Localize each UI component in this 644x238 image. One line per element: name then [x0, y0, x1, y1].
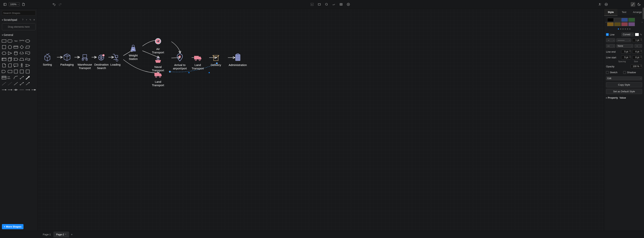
line-color-edit-icon[interactable]: ✎ — [640, 33, 642, 36]
shape-or[interactable] — [25, 63, 30, 68]
shape-blank8[interactable] — [31, 81, 36, 86]
shape-conn2[interactable] — [8, 87, 12, 92]
scratchpad-help-icon[interactable]: ? — [21, 18, 24, 21]
ellipse-tool-icon[interactable] — [324, 2, 329, 7]
shape-blank4[interactable] — [31, 57, 36, 62]
shape-listitem[interactable]: List item — [8, 75, 12, 80]
page-tab[interactable]: Page-2⌃ — [54, 232, 69, 238]
color-swatch[interactable] — [607, 22, 614, 26]
shape-container1[interactable] — [13, 69, 18, 74]
shape-circle[interactable] — [8, 44, 12, 50]
node-delivery[interactable]: Delivery — [211, 53, 221, 67]
copy-style-button[interactable]: Copy Style — [606, 82, 642, 87]
shape-cloud[interactable] — [19, 50, 24, 56]
color-swatch[interactable] — [607, 18, 614, 22]
shape-process[interactable] — [13, 44, 18, 50]
shape-line-dash[interactable] — [2, 81, 7, 86]
shape-document[interactable] — [25, 50, 30, 56]
more-shapes-button[interactable]: +More Shapes — [2, 224, 24, 229]
node-admin[interactable]: × —× —Administration — [229, 53, 247, 67]
table-tool-icon[interactable] — [339, 2, 344, 7]
line-checkbox[interactable] — [606, 33, 609, 36]
shape-conn5[interactable] — [25, 87, 30, 92]
line-none-select[interactable]: None — [616, 44, 633, 48]
shape-arrow-thick[interactable] — [25, 75, 30, 80]
edit-style-select[interactable]: Edit — [606, 76, 642, 80]
sketch-checkbox[interactable] — [606, 71, 609, 74]
node-arrival[interactable]: Arrival toairport/port — [173, 53, 187, 70]
node-air[interactable]: AirTransport — [152, 37, 164, 54]
property-header[interactable]: Property — [608, 96, 618, 99]
color-swatch[interactable] — [614, 22, 621, 26]
shape-arrow-both[interactable] — [19, 81, 24, 86]
shape-callout[interactable] — [13, 63, 18, 68]
color-swatch[interactable] — [628, 18, 635, 22]
shape-container2[interactable] — [19, 69, 24, 74]
node-dest[interactable]: DestinationSearch — [94, 53, 108, 70]
rect-tool-icon[interactable] — [317, 2, 322, 7]
freehand-tool-icon[interactable] — [332, 2, 336, 7]
color-swatch[interactable] — [621, 18, 628, 22]
shape-note[interactable] — [2, 63, 7, 68]
tools-toggle-icon[interactable] — [631, 2, 635, 7]
shape-square[interactable] — [2, 44, 7, 50]
shape-roundrect[interactable] — [8, 38, 12, 44]
shape-blank3[interactable] — [31, 50, 36, 56]
theme-toggle-icon[interactable] — [637, 2, 641, 7]
arrow-start-select[interactable]: — — [606, 44, 615, 48]
shape-ellipse[interactable] — [25, 38, 30, 44]
line-pattern-select[interactable]: ——— — [616, 38, 631, 42]
tab-style[interactable]: Style — [604, 9, 618, 16]
scratchpad-edit-icon[interactable]: ✎ — [29, 18, 32, 21]
shape-arrow-one[interactable] — [25, 81, 30, 86]
node-sorting[interactable]: Sorting — [43, 53, 52, 66]
shape-actor[interactable] — [19, 63, 24, 68]
color-swatch[interactable] — [628, 22, 635, 26]
tab-text[interactable]: Text — [618, 9, 631, 16]
shape-conn1[interactable] — [2, 87, 7, 92]
search-shapes-input[interactable] — [2, 10, 36, 16]
arrow-end-select[interactable]: → — [606, 38, 615, 42]
set-default-style-button[interactable]: Set as Default Style — [606, 89, 642, 94]
shape-curve[interactable] — [13, 75, 18, 80]
scratchpad-add-icon[interactable]: + — [25, 18, 28, 21]
shape-arrow-bi[interactable] — [19, 75, 24, 80]
node-loading[interactable]: Loading — [110, 53, 120, 66]
add-page-button[interactable]: + — [70, 232, 74, 237]
zoom-select[interactable]: 100% — [9, 2, 20, 6]
line-color-swatch[interactable] — [635, 33, 639, 36]
color-swatch[interactable] — [621, 22, 628, 26]
share-icon[interactable] — [598, 2, 602, 7]
shape-text[interactable]: Text — [13, 38, 18, 44]
shape-blank5[interactable] — [31, 63, 36, 68]
shadow-checkbox[interactable] — [623, 71, 626, 74]
page-tab[interactable]: Page-1 — [40, 232, 54, 238]
shape-tape[interactable] — [25, 57, 30, 62]
shape-and[interactable] — [2, 69, 7, 74]
colors-prev-icon[interactable]: ‹ — [606, 20, 606, 23]
canvas-area[interactable]: SortingPackagingWarehouseTransportDestin… — [38, 9, 604, 231]
redo-icon[interactable] — [58, 2, 62, 7]
shape-cylinder[interactable] — [13, 50, 18, 56]
scratchpad-close-icon[interactable]: ✕ — [33, 18, 36, 21]
sidebar-toggle-icon[interactable] — [3, 2, 7, 7]
new-page-icon[interactable] — [21, 2, 26, 7]
scratchpad-dropzone[interactable]: Drag elements here — [2, 23, 36, 30]
shape-cube[interactable] — [8, 57, 12, 62]
shape-conn6[interactable] — [31, 87, 36, 92]
shape-blank6[interactable] — [31, 69, 36, 74]
shape-blank2[interactable] — [31, 44, 36, 50]
shape-blank7[interactable] — [31, 75, 36, 80]
shape-container3[interactable] — [25, 69, 30, 74]
scratchpad-header[interactable]: ▾ Scratchpad ? + ✎ ✕ — [0, 17, 38, 22]
shape-rect[interactable] — [2, 38, 7, 44]
node-warehouse[interactable]: WarehouseTransport — [78, 53, 92, 70]
shape-blank[interactable] — [31, 38, 36, 44]
node-land[interactable]: LandTransport — [152, 70, 164, 87]
shape-hexagon[interactable] — [2, 50, 7, 56]
arrow-none-select[interactable]: → — [634, 44, 642, 48]
node-packaging[interactable]: Packaging — [60, 53, 74, 66]
undo-icon[interactable] — [52, 2, 56, 7]
tab-arrange[interactable]: Arrange — [631, 9, 644, 16]
more-icon[interactable] — [604, 2, 608, 7]
